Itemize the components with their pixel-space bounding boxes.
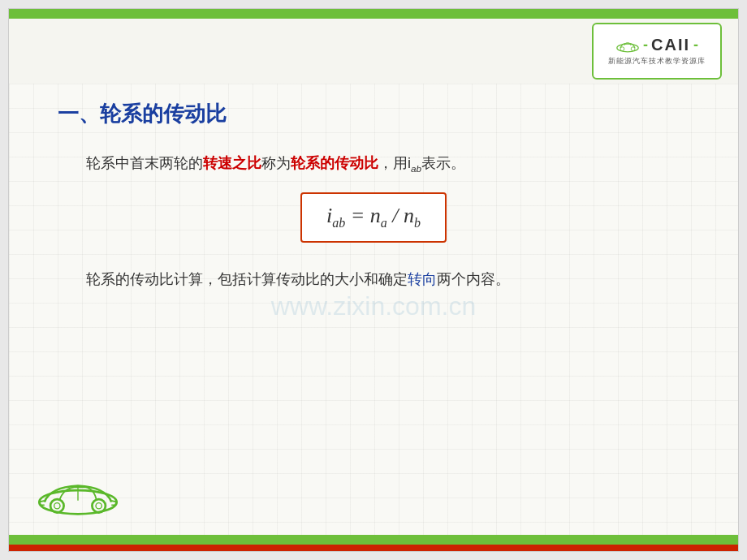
bottom-bar-container	[9, 535, 738, 551]
para2-highlight: 转向	[408, 271, 437, 287]
slide-container: - CAII - 新能源汽车技术教学资源库 www.zixin.com.cn 一…	[8, 8, 739, 552]
formula-slash: /	[392, 204, 404, 227]
paragraph-1: 轮系中首末两轮的转速之比称为轮系的传动比，用iab表示。	[58, 151, 689, 176]
para1-sub: ab	[411, 163, 421, 174]
section-title: 一、轮系的传动比	[58, 100, 689, 128]
main-content: www.zixin.com.cn 一、轮系的传动比 轮系中首末两轮的转速之比称为…	[9, 84, 738, 535]
bottom-green-bar	[9, 535, 738, 545]
para2-prefix: 轮系的传动比计算，包括计算传动比的大小和确定	[86, 271, 408, 287]
formula-sub-a: a	[381, 217, 387, 230]
formula-text: iab = na / nb	[326, 204, 421, 230]
bottom-red-bar	[9, 545, 738, 551]
para1-mid: 称为	[261, 155, 291, 171]
para2-suffix: 两个内容。	[437, 271, 510, 287]
svg-point-2	[631, 46, 635, 50]
top-bar	[9, 9, 738, 19]
formula-na: n	[370, 204, 381, 227]
header: - CAII - 新能源汽车技术教学资源库	[9, 19, 738, 84]
para1-suffix: ，用i	[378, 155, 411, 171]
formula-sub-b: b	[414, 217, 421, 230]
para1-highlight1: 转速之比	[203, 155, 261, 171]
formula-sub-ab: ab	[332, 217, 345, 230]
formula-box: iab = na / nb	[300, 192, 447, 242]
para1-suffix3: 表示。	[421, 155, 465, 171]
logo-box: - CAII - 新能源汽车技术教学资源库	[592, 23, 722, 80]
logo-car-icon	[615, 38, 640, 53]
logo-subtitle: 新能源汽车技术教学资源库	[608, 56, 706, 67]
svg-point-5	[50, 499, 63, 513]
paragraph-2: 轮系的传动比计算，包括计算传动比的大小和确定转向两个内容。	[58, 267, 689, 292]
svg-point-1	[620, 46, 624, 50]
logo-top: - CAII -	[615, 36, 698, 54]
para1-prefix: 轮系中首末两轮的	[86, 155, 203, 171]
formula-nb: n	[404, 204, 414, 227]
logo-text-caii: CAII	[651, 36, 690, 54]
car-bottom-icon	[33, 472, 123, 517]
logo-dash-right: -	[693, 37, 698, 54]
formula-container: iab = na / nb	[58, 192, 689, 242]
svg-point-6	[54, 503, 60, 509]
svg-point-8	[96, 503, 101, 509]
formula-equals: =	[351, 204, 370, 227]
watermark: www.zixin.com.cn	[271, 291, 477, 321]
svg-point-0	[617, 44, 638, 52]
para1-highlight2: 轮系的传动比	[291, 155, 378, 171]
svg-point-7	[92, 499, 105, 513]
logo-dash-left: -	[643, 37, 648, 54]
